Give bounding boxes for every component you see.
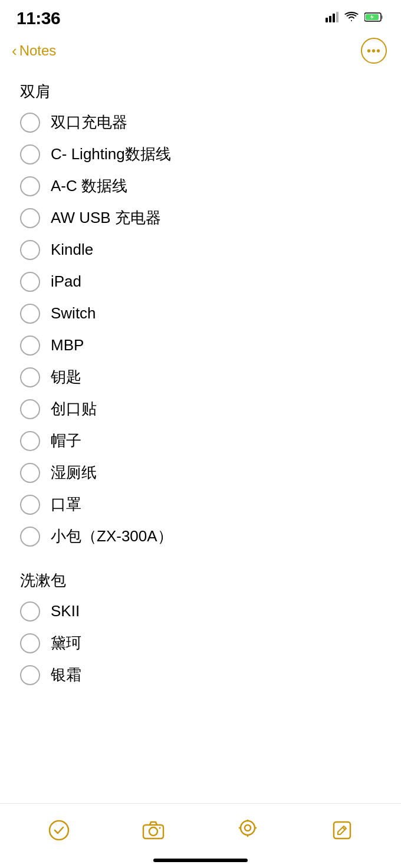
checkbox-4[interactable] [20, 208, 40, 228]
svg-rect-5 [381, 15, 383, 19]
item-label-16: 黛珂 [51, 633, 81, 653]
checkbox-2[interactable] [20, 144, 40, 165]
location-button[interactable] [230, 813, 265, 848]
svg-rect-3 [336, 12, 338, 22]
item-label-8: MBP [51, 336, 84, 356]
list-item[interactable]: 黛珂 [17, 627, 384, 659]
home-indicator [153, 859, 248, 862]
checklist-section-shoulder: 双口充电器 C- Lighting数据线 A-C 数据线 AW USB 充电器 … [17, 107, 384, 553]
item-label-14: 小包（ZX-300A） [51, 527, 173, 547]
checkbox-8[interactable] [20, 336, 40, 356]
checklist-section-toiletry: SKII 黛珂 银霜 [17, 596, 384, 691]
item-label-7: Switch [51, 304, 96, 324]
item-label-3: A-C 数据线 [51, 176, 127, 196]
checkbox-9[interactable] [20, 367, 40, 387]
status-icons [326, 12, 384, 25]
wifi-icon [344, 12, 359, 25]
list-item[interactable]: 创口贴 [17, 393, 384, 425]
checkbox-6[interactable] [20, 272, 40, 292]
checkbox-16[interactable] [20, 633, 40, 653]
section-shoulder-header: 双肩 [17, 81, 384, 102]
svg-point-11 [241, 821, 255, 835]
list-item[interactable]: 银霜 [17, 659, 384, 691]
checkbox-10[interactable] [20, 399, 40, 419]
item-label-12: 湿厕纸 [51, 463, 97, 483]
list-item[interactable]: 双口充电器 [17, 107, 384, 139]
svg-point-9 [149, 827, 157, 836]
item-label-1: 双口充电器 [51, 113, 127, 133]
list-item[interactable]: A-C 数据线 [17, 170, 384, 202]
item-label-10: 创口贴 [51, 399, 97, 419]
checkbox-12[interactable] [20, 463, 40, 483]
more-button[interactable]: ••• [361, 38, 387, 64]
list-item[interactable]: 帽子 [17, 425, 384, 457]
item-label-2: C- Lighting数据线 [51, 144, 171, 165]
checkbox-14[interactable] [20, 527, 40, 547]
checkbox-11[interactable] [20, 431, 40, 451]
list-item[interactable]: Switch [17, 298, 384, 330]
list-item[interactable]: 湿厕纸 [17, 457, 384, 489]
list-item[interactable]: SKII [17, 596, 384, 627]
more-dots-icon: ••• [367, 45, 381, 57]
list-item[interactable]: 钥匙 [17, 361, 384, 393]
list-item[interactable]: Kindle [17, 234, 384, 266]
svg-rect-0 [326, 18, 328, 22]
item-label-15: SKII [51, 601, 80, 622]
checkbox-13[interactable] [20, 495, 40, 515]
item-label-17: 银霜 [51, 665, 81, 685]
item-label-13: 口罩 [51, 495, 81, 515]
edit-button[interactable] [324, 813, 360, 848]
battery-icon [364, 12, 384, 25]
signal-icon [326, 12, 338, 25]
svg-rect-1 [329, 16, 331, 22]
item-label-5: Kindle [51, 240, 93, 260]
item-label-9: 钥匙 [51, 367, 81, 387]
checkbox-7[interactable] [20, 304, 40, 324]
checklist-button[interactable] [41, 813, 77, 848]
item-label-4: AW USB 充电器 [51, 208, 161, 228]
checkbox-5[interactable] [20, 240, 40, 260]
checkbox-3[interactable] [20, 176, 40, 196]
note-content: 双肩 双口充电器 C- Lighting数据线 A-C 数据线 AW USB 充… [0, 70, 401, 750]
svg-point-12 [245, 825, 251, 831]
section-toiletry-header: 洗漱包 [17, 570, 384, 591]
svg-point-10 [159, 827, 161, 828]
svg-rect-13 [334, 822, 350, 839]
checkbox-1[interactable] [20, 113, 40, 133]
checkbox-15[interactable] [20, 601, 40, 622]
status-time: 11:36 [17, 8, 60, 28]
back-chevron-icon: ‹ [12, 42, 17, 60]
camera-button[interactable] [136, 813, 171, 848]
list-item[interactable]: 小包（ZX-300A） [17, 521, 384, 553]
checkbox-17[interactable] [20, 665, 40, 685]
list-item[interactable]: MBP [17, 330, 384, 361]
list-item[interactable]: AW USB 充电器 [17, 202, 384, 234]
list-item[interactable]: C- Lighting数据线 [17, 139, 384, 170]
nav-back-label: Notes [19, 42, 57, 59]
list-item[interactable]: iPad [17, 266, 384, 298]
item-label-11: 帽子 [51, 431, 81, 451]
nav-back-button[interactable]: ‹ Notes [12, 42, 56, 60]
nav-bar: ‹ Notes ••• [0, 32, 401, 70]
list-item[interactable]: 口罩 [17, 489, 384, 521]
status-bar: 11:36 [0, 0, 401, 32]
svg-point-7 [50, 821, 68, 840]
item-label-6: iPad [51, 272, 81, 292]
svg-rect-2 [333, 14, 335, 22]
